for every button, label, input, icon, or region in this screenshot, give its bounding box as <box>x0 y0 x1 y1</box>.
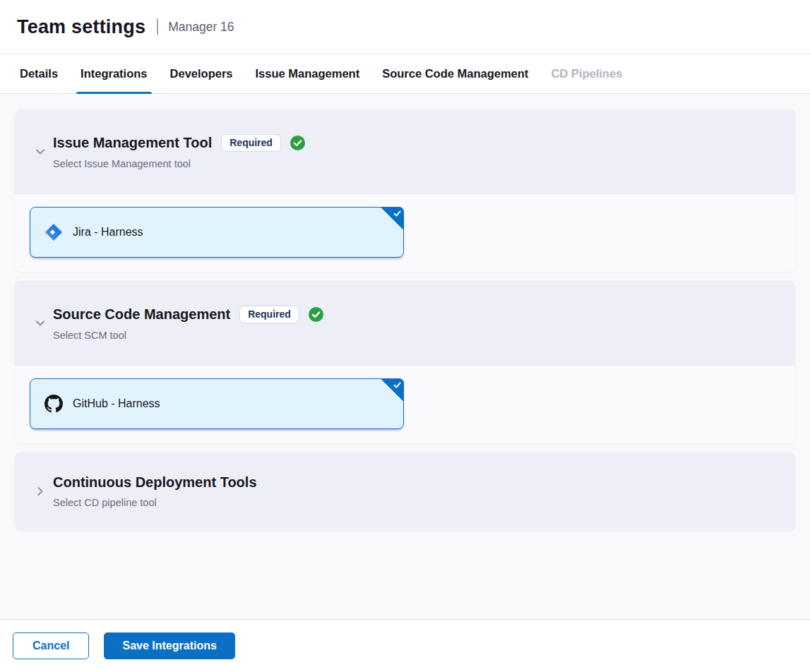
tab-issue-management[interactable]: Issue Management <box>244 54 371 93</box>
tab-developers[interactable]: Developers <box>159 54 244 93</box>
page-subtitle: Manager 16 <box>168 20 234 35</box>
github-icon <box>44 395 63 413</box>
check-circle-icon <box>309 307 323 322</box>
section-title: Source Code Management <box>53 306 230 323</box>
chevron-down-icon[interactable] <box>34 145 47 158</box>
section-cd-header[interactable]: Continuous Deployment Tools Select CD pi… <box>15 452 795 530</box>
tab-source-code-management[interactable]: Source Code Management <box>371 54 540 93</box>
chevron-down-icon[interactable] <box>34 317 47 330</box>
section-source-code-management: Source Code Management Required Select S… <box>15 281 795 443</box>
tab-details[interactable]: Details <box>8 54 69 93</box>
section-issue-management-header[interactable]: Issue Management Tool Required Select Is… <box>15 109 795 194</box>
tool-card-jira[interactable]: Jira - Harness <box>30 207 404 258</box>
tab-integrations[interactable]: Integrations <box>69 54 158 93</box>
section-title: Issue Management Tool <box>53 135 212 151</box>
required-badge: Required <box>221 134 281 152</box>
section-scm-body: GitHub - Harness <box>15 366 795 443</box>
section-subtitle: Select CD pipeline tool <box>53 497 257 508</box>
cancel-button[interactable]: Cancel <box>13 632 89 659</box>
section-scm-header[interactable]: Source Code Management Required Select S… <box>15 281 795 366</box>
chevron-right-icon[interactable] <box>34 485 47 498</box>
tool-card-label: Jira - Harness <box>73 226 143 239</box>
tab-cd-pipelines: CD Pipelines <box>540 54 633 93</box>
check-circle-icon <box>290 136 305 150</box>
section-subtitle: Select Issue Management tool <box>53 158 305 169</box>
tool-card-github[interactable]: GitHub - Harness <box>30 378 404 429</box>
selected-corner-check-icon <box>381 207 404 230</box>
team-settings-page: Team settings Manager 16 Details Integra… <box>0 0 810 672</box>
footer-action-bar: Cancel Save Integrations <box>0 619 810 672</box>
jira-icon <box>44 223 63 241</box>
section-issue-management-body: Jira - Harness <box>15 194 795 272</box>
page-title: Team settings <box>17 16 145 38</box>
section-issue-management-tool: Issue Management Tool Required Select Is… <box>15 109 795 272</box>
tab-bar: Details Integrations Developers Issue Ma… <box>0 54 810 94</box>
tool-card-label: GitHub - Harness <box>73 397 160 410</box>
save-integrations-button[interactable]: Save Integrations <box>104 632 234 659</box>
required-badge: Required <box>239 306 299 324</box>
section-continuous-deployment: Continuous Deployment Tools Select CD pi… <box>15 452 795 530</box>
integrations-content: Issue Management Tool Required Select Is… <box>0 94 810 619</box>
section-subtitle: Select SCM tool <box>53 330 323 341</box>
section-title: Continuous Deployment Tools <box>53 474 257 491</box>
title-divider <box>157 18 158 35</box>
selected-corner-check-icon <box>381 378 404 402</box>
page-header: Team settings Manager 16 <box>0 0 810 54</box>
